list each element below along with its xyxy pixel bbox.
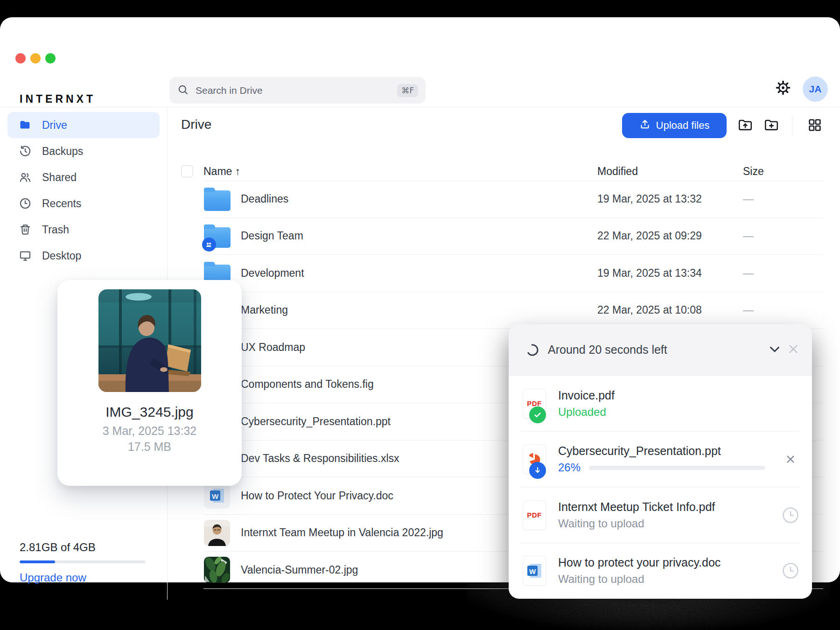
collapse-panel-button[interactable]	[765, 341, 784, 359]
storage-widget: 2.81GB of 4GB Upgrade now	[20, 541, 147, 584]
storage-progress-bar	[20, 560, 146, 563]
page-title: Drive	[181, 117, 211, 132]
upload-eta-label: Around 20 seconds left	[548, 343, 667, 357]
window-minimize-button[interactable]	[30, 53, 41, 63]
sidebar-item-recents[interactable]: Recents	[7, 190, 160, 217]
spinner-icon	[525, 343, 539, 357]
upload-item-status: Uploaded	[558, 406, 615, 419]
upload-item-status: Waiting to upload	[558, 573, 721, 586]
doc-file-icon: W	[523, 556, 546, 586]
file-modified: 22 Mar, 2025 at 09:29	[597, 230, 702, 242]
word-file-icon: W	[204, 483, 230, 509]
internxt-logo: INTERNXT	[20, 93, 96, 105]
file-size: —	[743, 267, 754, 280]
table-row[interactable]: Design Team 22 Mar, 2025 at 09:29 —	[203, 218, 823, 255]
photo-thumbnail	[204, 520, 230, 546]
uploading-arrow-badge	[529, 462, 546, 479]
preview-size: 17.5 MB	[128, 440, 171, 454]
file-preview-card: IMG_3245.jpg 3 Mar, 2025 13:32 17.5 MB	[57, 280, 242, 486]
avatar[interactable]: JA	[803, 77, 828, 102]
file-size: —	[743, 193, 754, 205]
trash-icon	[19, 223, 32, 236]
file-name: Design Team	[241, 230, 303, 242]
column-header-name[interactable]: Name ↑	[203, 165, 240, 178]
preview-date: 3 Mar, 2025 13:32	[103, 424, 197, 438]
table-row[interactable]: Marketing 22 Mar, 2025 at 10:08 —	[203, 292, 823, 329]
upload-percent-label: 26%	[558, 461, 581, 474]
storage-usage-label: 2.81GB of 4GB	[20, 541, 147, 554]
pdf-file-icon: PDF	[523, 500, 546, 530]
upload-progress-bar	[589, 466, 765, 470]
upgrade-link[interactable]: Upgrade now	[20, 571, 147, 584]
gear-icon	[775, 79, 791, 98]
photo-thumbnail	[204, 557, 230, 583]
upload-files-label: Upload files	[656, 119, 710, 132]
sidebar-item-desktop[interactable]: Desktop	[7, 243, 160, 269]
drive-folder-icon	[19, 119, 32, 132]
waiting-clock-icon	[780, 560, 801, 581]
window-close-button[interactable]	[15, 53, 26, 63]
sidebar-item-label: Drive	[42, 119, 67, 132]
shared-folder-icon	[204, 227, 231, 248]
desktop-icon	[19, 249, 32, 262]
folder-plus-icon	[763, 117, 780, 135]
table-row[interactable]: Development 19 Mar, 2025 at 13:34 —	[203, 255, 823, 292]
upload-panel-header: Around 20 seconds left	[509, 324, 812, 376]
search-shortcut-chip: ⌘F	[397, 84, 418, 97]
sidebar-item-trash[interactable]: Trash	[7, 217, 160, 243]
settings-button[interactable]	[774, 80, 792, 98]
grid-view-button[interactable]	[806, 117, 824, 135]
file-size: —	[743, 230, 754, 242]
upload-files-button[interactable]: Upload files	[622, 113, 727, 138]
recents-icon	[19, 197, 32, 210]
folder-icon	[204, 190, 231, 211]
search-input[interactable]	[195, 84, 397, 97]
shared-folder-badge	[202, 238, 216, 252]
close-panel-button[interactable]	[784, 341, 803, 359]
sidebar-item-drive[interactable]: Drive	[7, 112, 160, 138]
upload-item-status: Waiting to upload	[558, 517, 715, 530]
upload-icon	[639, 119, 651, 133]
close-icon	[785, 341, 801, 359]
storage-progress-fill	[20, 560, 55, 563]
screenshot-canvas: INTERNXT ⌘F JA Driv	[0, 0, 840, 630]
window-zoom-button[interactable]	[45, 53, 56, 63]
file-modified: 22 Mar, 2025 at 10:08	[597, 304, 702, 316]
upload-item-name: Cybersecurity_Presentation.ppt	[558, 444, 765, 458]
chevron-down-icon	[767, 341, 783, 359]
upload-item-name: Invoice.pdf	[558, 389, 615, 402]
sidebar: Drive Backups Shared Recents Trash Deskt…	[7, 112, 160, 269]
uploaded-check-badge	[529, 406, 546, 423]
file-name: Valencia-Summer-02.jpg	[241, 564, 358, 576]
sidebar-item-label: Trash	[42, 224, 69, 236]
sidebar-item-shared[interactable]: Shared	[7, 164, 160, 190]
preview-filename: IMG_3245.jpg	[105, 404, 193, 420]
file-name: How to Protect Your Privacy.doc	[241, 490, 393, 502]
file-name: Dev Tasks & Responsibilities.xlsx	[241, 452, 399, 465]
upload-items-list: PDF Invoice.pdf Uploaded Cybersecurity_P…	[509, 376, 812, 599]
cancel-upload-button[interactable]	[780, 449, 801, 469]
file-name: UX Roadmap	[241, 341, 305, 354]
grid-view-icon	[807, 117, 823, 135]
file-name: Development	[241, 267, 304, 280]
file-modified: 19 Mar, 2025 at 13:32	[597, 193, 702, 205]
backups-icon	[19, 145, 32, 158]
search-bar[interactable]: ⌘F	[169, 77, 426, 104]
shared-icon	[19, 171, 32, 184]
upload-folder-button[interactable]	[736, 117, 754, 135]
select-all-checkbox[interactable]	[181, 165, 193, 177]
upload-progress: 26%	[558, 461, 765, 474]
column-header-size[interactable]: Size	[743, 165, 764, 178]
waiting-clock-icon	[780, 505, 801, 525]
file-name: Cybersecurity_Presentation.ppt	[241, 415, 391, 428]
file-name: Marketing	[241, 304, 288, 316]
column-header-modified[interactable]: Modified	[597, 165, 638, 178]
new-folder-button[interactable]	[763, 117, 780, 135]
file-name: Internxt Team Meetup in Valencia 2022.jp…	[241, 526, 443, 539]
table-row[interactable]: Deadlines 19 Mar, 2025 at 13:32 —	[203, 181, 823, 218]
toolbar-separator	[792, 116, 792, 136]
file-name: Components and Tokens.fig	[241, 378, 374, 391]
sidebar-item-backups[interactable]: Backups	[7, 138, 160, 164]
sidebar-item-label: Backups	[42, 145, 83, 158]
upload-item: W How to protect your privacy.doc Waitin…	[509, 543, 812, 599]
